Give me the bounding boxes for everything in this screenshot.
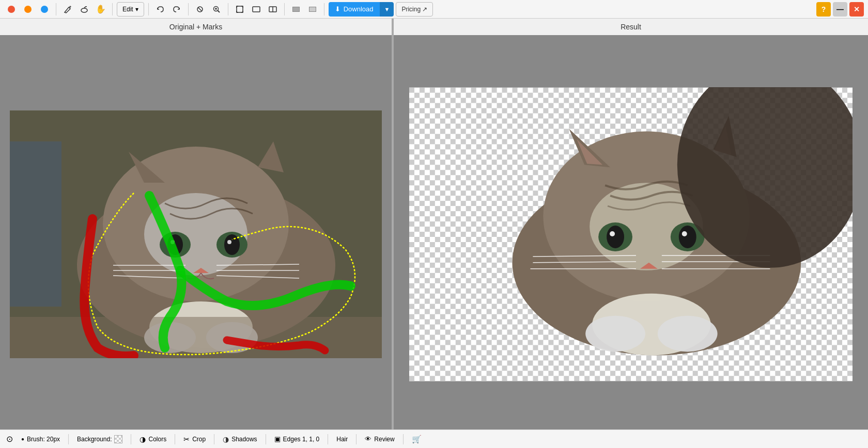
separator-b2 xyxy=(131,434,131,444)
download-main-button[interactable]: ⬇ Download xyxy=(329,2,380,17)
edges-item[interactable]: ▣ Edges 1, 1, 0 xyxy=(274,435,320,443)
shadow-icon: ◑ xyxy=(223,435,229,443)
svg-point-51 xyxy=(679,226,696,248)
svg-point-0 xyxy=(81,8,87,12)
brush-settings-item[interactable]: ⊙ xyxy=(6,434,13,444)
svg-point-62 xyxy=(585,316,645,352)
svg-rect-67 xyxy=(770,319,853,381)
separator-4 xyxy=(188,3,189,15)
left-image-canvas[interactable] xyxy=(10,110,382,358)
right-panel: Result xyxy=(393,19,868,448)
background-label: Background: xyxy=(77,436,112,443)
colors-item[interactable]: ◑ Colors xyxy=(140,435,166,443)
right-panel-title: Result xyxy=(621,23,641,31)
crop-label: Crop xyxy=(192,436,206,443)
widescreen-button[interactable] xyxy=(249,2,264,17)
split-view-button[interactable] xyxy=(266,2,280,17)
separator-2 xyxy=(112,3,113,15)
separator-6 xyxy=(284,3,285,15)
window-controls: ? — ✕ xyxy=(816,2,864,17)
hair-label: Hair xyxy=(336,436,348,443)
review-eye-icon: 👁 xyxy=(365,435,371,443)
left-panel: Original + Marks xyxy=(0,19,392,448)
separator-b1 xyxy=(68,434,69,444)
color-picker-button[interactable] xyxy=(193,2,207,17)
crop-item[interactable]: ✂ Crop xyxy=(183,435,206,443)
svg-rect-65 xyxy=(409,88,492,381)
right-canvas-container[interactable] xyxy=(394,35,868,434)
cat-marks-svg xyxy=(10,110,382,358)
hair-item[interactable]: Hair xyxy=(336,436,348,443)
minimize-button[interactable]: — xyxy=(833,2,847,17)
edit-label: Edit xyxy=(122,6,133,13)
left-canvas-container[interactable] xyxy=(0,35,392,434)
pricing-label: Pricing ↗ xyxy=(401,6,427,13)
minimize-window-button[interactable] xyxy=(21,2,35,17)
svg-point-63 xyxy=(658,316,718,352)
separator-5 xyxy=(228,3,228,15)
background-item[interactable]: Background: xyxy=(77,435,122,443)
help-button[interactable]: ? xyxy=(816,2,831,17)
bottom-bar: ⊙ ● Brush: 20px Background: ◑ Colors ✂ C… xyxy=(0,429,868,448)
svg-line-4 xyxy=(218,10,220,12)
close-button[interactable]: ✕ xyxy=(849,2,864,17)
undo-button[interactable] xyxy=(153,2,167,17)
download-label: Download xyxy=(344,5,374,13)
download-dropdown-button[interactable]: ▼ xyxy=(380,2,394,17)
cart-icon: 🛒 xyxy=(412,435,422,444)
brush-icon: ⊙ xyxy=(6,434,13,444)
svg-point-53 xyxy=(682,231,687,236)
colors-moon-icon: ◑ xyxy=(140,435,146,443)
right-panel-header: Result xyxy=(394,19,868,35)
separator-b3 xyxy=(175,434,175,444)
fit-screen-button[interactable] xyxy=(233,2,247,17)
shadows-item[interactable]: ◑ Shadows xyxy=(223,435,257,443)
separator-1 xyxy=(56,3,56,15)
svg-rect-12 xyxy=(10,141,61,307)
separator-b5 xyxy=(266,434,266,444)
left-panel-title: Original + Marks xyxy=(169,23,222,31)
cart-item[interactable]: 🛒 xyxy=(412,435,422,444)
brush-size-item[interactable]: ● Brush: 20px xyxy=(21,436,60,443)
svg-rect-7 xyxy=(237,6,243,12)
pricing-button[interactable]: Pricing ↗ xyxy=(396,2,433,17)
background-color-swatch[interactable] xyxy=(114,435,122,443)
toolbar: ✋ Edit ▾ xyxy=(0,0,868,19)
separator-b7 xyxy=(356,434,357,444)
svg-rect-8 xyxy=(253,7,260,12)
review-label: Review xyxy=(374,436,394,443)
separator-3 xyxy=(148,3,149,15)
left-panel-header: Original + Marks xyxy=(0,19,392,35)
edit-button[interactable]: Edit ▾ xyxy=(117,2,144,17)
view-toggle-1[interactable] xyxy=(289,2,303,17)
separator-b4 xyxy=(214,434,214,444)
separator-7 xyxy=(324,3,324,15)
view-toggle-2[interactable] xyxy=(305,2,320,17)
hand-tool-button[interactable]: ✋ xyxy=(94,2,108,17)
zoom-button[interactable] xyxy=(209,2,224,17)
close-window-button[interactable] xyxy=(4,2,19,17)
crop-icon: ✂ xyxy=(183,435,190,443)
svg-rect-66 xyxy=(409,345,564,381)
lasso-tool-button[interactable] xyxy=(77,2,91,17)
separator-b8 xyxy=(403,434,404,444)
svg-line-2 xyxy=(198,7,202,11)
maximize-window-button[interactable] xyxy=(37,2,52,17)
edges-box-icon: ▣ xyxy=(274,435,281,443)
separator-b6 xyxy=(328,434,328,444)
edges-label: Edges 1, 1, 0 xyxy=(283,436,320,443)
svg-point-50 xyxy=(607,226,624,248)
brush-size-label: Brush: 20px xyxy=(27,436,60,443)
svg-point-24 xyxy=(227,240,231,244)
main-area: Original + Marks xyxy=(0,19,868,448)
result-svg xyxy=(409,87,853,381)
shadows-label: Shadows xyxy=(231,436,257,443)
download-button-group: ⬇ Download ▼ xyxy=(329,2,394,17)
right-image-canvas xyxy=(409,87,853,381)
review-item[interactable]: 👁 Review xyxy=(365,435,394,443)
pen-tool-button[interactable] xyxy=(60,2,75,17)
brush-dot-icon: ● xyxy=(21,436,24,442)
redo-button[interactable] xyxy=(169,2,184,17)
svg-point-52 xyxy=(610,231,615,236)
colors-label: Colors xyxy=(148,436,166,443)
